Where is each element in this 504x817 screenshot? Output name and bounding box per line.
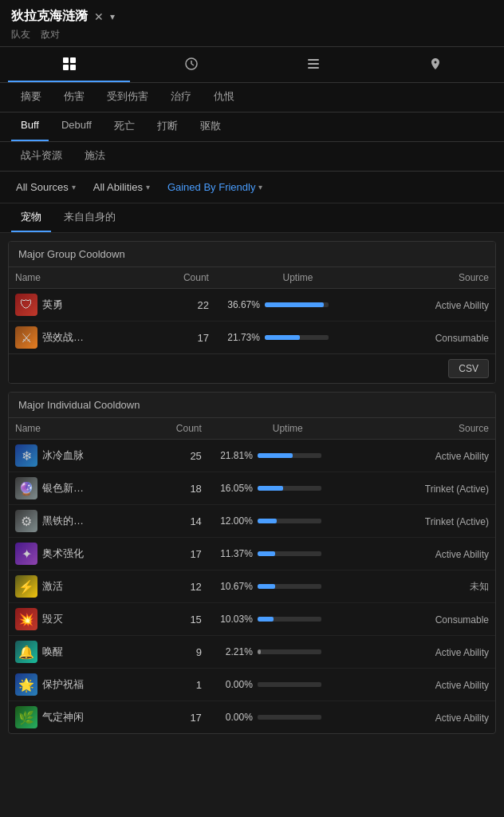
table-row: ⚙ 黑铁的… 14 12.00% Trinket (Active): [9, 505, 495, 538]
source-text: Consumable: [435, 333, 489, 344]
filter-row: All Sources ▾ All Abilities ▾ Gained By …: [0, 172, 504, 203]
dropdown-icon[interactable]: ▾: [110, 11, 115, 22]
col-source-1: Source: [380, 267, 495, 289]
name-cell-7: 🌟 保护祝福: [9, 669, 144, 701]
col-count-2: Count: [144, 418, 208, 440]
tab-pet[interactable]: 宠物: [11, 203, 51, 232]
source-text: Active Ability: [435, 647, 489, 658]
abilities-filter-label: All Abilities: [93, 181, 143, 193]
subnav-death[interactable]: 死亡: [104, 112, 144, 141]
table-row: 🔮 银色新… 18 16.05% Trinket (Active): [9, 472, 495, 505]
item-icon: ✦: [15, 543, 37, 565]
subnav-damage-taken[interactable]: 受到伤害: [97, 83, 158, 112]
uptime-cell-0: 36.67%: [215, 289, 380, 322]
header: 狄拉克海涟漪 ✕ ▾ 队友 敌对: [0, 0, 504, 47]
abilities-chevron-icon: ▾: [146, 183, 150, 191]
nav-clock[interactable]: [130, 47, 252, 82]
sub-nav-row1: 摘要 伤害 受到伤害 治疗 仇恨: [0, 83, 504, 112]
col-uptime-1: Uptime: [215, 267, 380, 289]
subnav-buff[interactable]: Buff: [11, 112, 49, 141]
count-cell-1: 17: [149, 322, 215, 354]
section1-csv-button[interactable]: CSV: [448, 359, 489, 378]
sources-filter[interactable]: All Sources ▾: [11, 178, 81, 196]
nav-grid[interactable]: [8, 47, 130, 82]
uptime-pct: 36.67%: [222, 299, 260, 310]
count-cell-1: 18: [144, 472, 208, 505]
source-cell-0: Active Ability: [380, 289, 495, 322]
uptime-bar-container: [258, 551, 321, 556]
uptime-pct: 21.81%: [215, 450, 253, 461]
section2-table: Name Count Uptime Source ❄ 冰冷血脉 25 21.81…: [9, 418, 495, 733]
uptime-bar: [265, 335, 300, 340]
section2-title: Major Individual Cooldown: [9, 393, 495, 418]
gained-filter[interactable]: Gained By Friendly ▾: [163, 178, 268, 196]
nav-location[interactable]: [374, 47, 496, 82]
uptime-pct: 10.67%: [215, 581, 253, 592]
name-cell-6: 🔔 唤醒: [9, 636, 144, 669]
col-uptime-2: Uptime: [208, 418, 368, 440]
uptime-bar-container: [258, 486, 321, 491]
subnav-threat[interactable]: 仇恨: [204, 83, 244, 112]
svg-rect-3: [70, 65, 76, 70]
item-name: 奥术强化: [42, 547, 84, 561]
uptime-bar-container: [258, 617, 321, 622]
table-row: 💥 毁灭 15 10.03% Consumable: [9, 603, 495, 636]
source-cell-8: Active Ability: [368, 701, 495, 734]
item-name: 英勇: [42, 298, 63, 312]
name-cell-0: ❄ 冰冷血脉: [9, 440, 144, 472]
item-icon: ⚙: [15, 510, 37, 532]
tab-self[interactable]: 来自自身的: [54, 203, 125, 232]
subnav-damage[interactable]: 伤害: [54, 83, 94, 112]
section1-table: Name Count Uptime Source 🛡 英勇 22 36.67% …: [9, 267, 495, 353]
character-name: 狄拉克海涟漪: [11, 8, 88, 25]
source-cell-5: Consumable: [368, 603, 495, 636]
item-name: 激活: [42, 579, 63, 594]
source-text: Active Ability: [435, 451, 489, 462]
uptime-bar-container: [258, 453, 321, 458]
close-icon[interactable]: ✕: [94, 10, 104, 23]
subnav-summary[interactable]: 摘要: [11, 83, 51, 112]
nav-list[interactable]: [252, 47, 374, 82]
uptime-pct: 16.05%: [215, 483, 253, 494]
uptime-bar: [258, 649, 261, 654]
uptime-bar-container: [258, 649, 321, 654]
uptime-pct: 2.21%: [215, 646, 253, 657]
uptime-cell-8: 0.00%: [208, 701, 368, 734]
table-row: 🌟 保护祝福 1 0.00% Active Ability: [9, 669, 495, 701]
subnav-healing[interactable]: 治疗: [161, 83, 201, 112]
count-cell-0: 25: [144, 440, 208, 472]
source-cell-4: 未知: [368, 570, 495, 603]
header-subtitle: 队友 敌对: [11, 28, 493, 41]
subnav-interrupt[interactable]: 打断: [148, 112, 187, 141]
source-cell-3: Active Ability: [368, 538, 495, 570]
table-row: 🔔 唤醒 9 2.21% Active Ability: [9, 636, 495, 669]
count-cell-4: 12: [144, 570, 208, 603]
gained-filter-label: Gained By Friendly: [167, 181, 256, 193]
source-text: Active Ability: [435, 680, 489, 691]
source-cell-7: Active Ability: [368, 669, 495, 701]
uptime-cell-1: 16.05%: [208, 472, 368, 505]
source-text: Active Ability: [435, 300, 489, 311]
table-row: ❄ 冰冷血脉 25 21.81% Active Ability: [9, 440, 495, 472]
source-cell-6: Active Ability: [368, 636, 495, 669]
uptime-pct: 11.37%: [215, 548, 253, 559]
uptime-bar: [258, 453, 293, 458]
source-cell-1: Trinket (Active): [368, 472, 495, 505]
subnav-dispel[interactable]: 驱散: [191, 112, 230, 141]
uptime-bar: [258, 551, 275, 556]
subnav-casting[interactable]: 施法: [75, 142, 115, 171]
abilities-filter[interactable]: All Abilities ▾: [89, 178, 155, 196]
source-text: Consumable: [435, 614, 489, 626]
count-cell-0: 22: [149, 289, 215, 322]
sources-filter-label: All Sources: [16, 181, 69, 193]
sources-chevron-icon: ▾: [72, 183, 76, 191]
uptime-cell-4: 10.67%: [208, 570, 368, 603]
sub-nav-row3: 战斗资源 施法: [0, 142, 504, 172]
subnav-debuff[interactable]: Debuff: [52, 112, 101, 141]
item-icon: 🔔: [15, 641, 37, 663]
section1-title: Major Group Cooldown: [9, 242, 495, 267]
uptime-bar-container: [258, 519, 321, 523]
source-text: Active Ability: [435, 549, 489, 560]
subnav-resources[interactable]: 战斗资源: [11, 142, 72, 171]
name-cell-1: ⚔ 强效战…: [9, 322, 149, 354]
